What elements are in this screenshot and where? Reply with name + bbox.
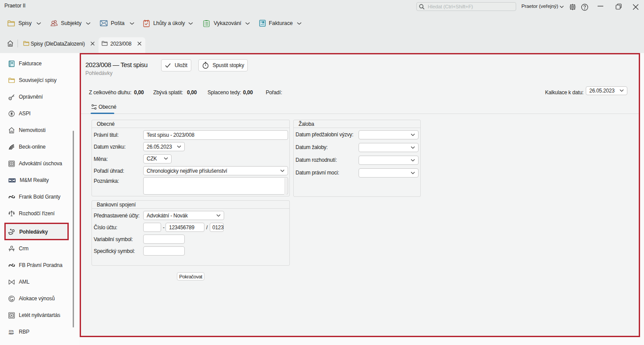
svg-text:RBP: RBP (9, 332, 14, 335)
svg-text:21%: 21% (9, 329, 14, 332)
